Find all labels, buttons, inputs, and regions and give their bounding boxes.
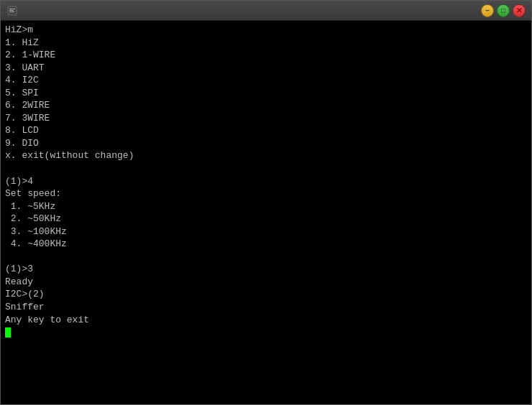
svg-rect-2: [9, 10, 14, 11]
putty-icon: [6, 5, 18, 17]
titlebar-left: [6, 5, 22, 17]
svg-rect-3: [9, 11, 14, 12]
close-button[interactable]: ✕: [513, 4, 526, 17]
titlebar: – □ ✕: [1, 1, 531, 21]
terminal-output: HiZ>m 1. HiZ 2. 1-WIRE 3. UART 4. I2C 5.…: [5, 24, 527, 339]
minimize-button[interactable]: –: [481, 4, 494, 17]
terminal-area[interactable]: HiZ>m 1. HiZ 2. 1-WIRE 3. UART 4. I2C 5.…: [1, 21, 531, 404]
svg-rect-1: [9, 9, 15, 9]
putty-window: – □ ✕ HiZ>m 1. HiZ 2. 1-WIRE 3. UART 4. …: [0, 0, 532, 405]
maximize-button[interactable]: □: [497, 4, 510, 17]
titlebar-buttons: – □ ✕: [481, 4, 526, 17]
cursor: [5, 327, 11, 338]
